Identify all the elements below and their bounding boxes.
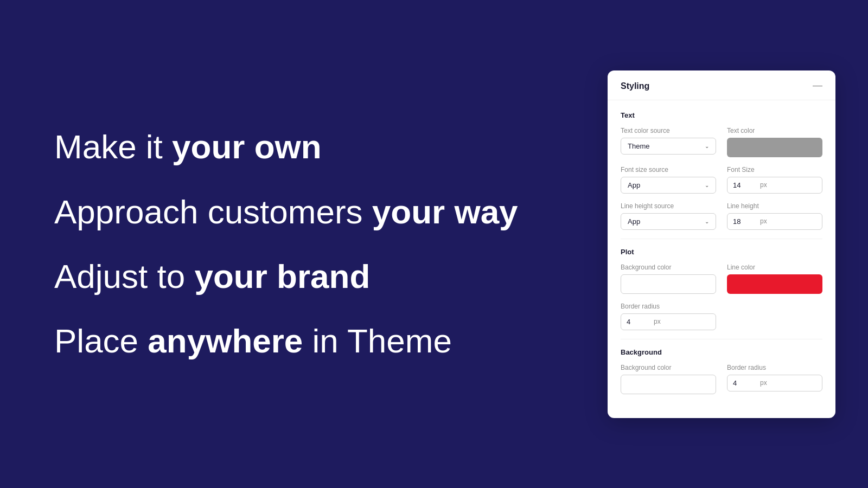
- font-size-source-label: Font size source: [621, 166, 716, 174]
- chevron-down-icon: ⌄: [705, 143, 709, 149]
- headline-1: Make it your own: [54, 127, 564, 166]
- font-size-input[interactable]: [727, 177, 760, 193]
- text-color-swatch[interactable]: [727, 138, 822, 157]
- bg-border-radius-unit: px: [760, 375, 773, 390]
- line-height-group: Line height px: [727, 202, 822, 230]
- headline-3: Adjust to your brand: [54, 257, 564, 296]
- plot-border-row: Border radius px: [621, 303, 822, 330]
- chevron-down-icon: ⌄: [705, 182, 709, 188]
- plot-empty-group: [727, 303, 822, 330]
- line-height-source-label: Line height source: [621, 202, 716, 210]
- background-fields-row: Background color Border radius px: [621, 364, 822, 394]
- headline-2: Approach customers your way: [54, 192, 564, 231]
- plot-border-radius-input-group: px: [621, 313, 716, 330]
- text-color-source-dropdown[interactable]: Theme ⌄: [621, 138, 716, 155]
- font-size-source-row: Font size source App ⌄ Font Size px: [621, 166, 822, 194]
- plot-bg-color-group: Background color: [621, 264, 716, 294]
- panel-title: Styling: [621, 81, 649, 91]
- bg-border-radius-group: Border radius px: [727, 364, 822, 394]
- font-size-input-group: px: [727, 177, 822, 194]
- bg-border-radius-input[interactable]: [727, 375, 760, 391]
- plot-border-radius-label: Border radius: [621, 303, 716, 310]
- bg-color-label: Background color: [621, 364, 716, 371]
- plot-line-color-swatch[interactable]: [727, 274, 822, 294]
- line-height-source-group: Line height source App ⌄: [621, 202, 716, 230]
- minimize-button[interactable]: —: [813, 80, 822, 92]
- plot-border-radius-input[interactable]: [621, 314, 654, 330]
- bg-color-group: Background color: [621, 364, 716, 394]
- bg-color-swatch[interactable]: [621, 375, 716, 394]
- text-color-source-row: Text color source Theme ⌄ Text color: [621, 127, 822, 157]
- plot-bg-color-label: Background color: [621, 264, 716, 271]
- line-height-source-dropdown[interactable]: App ⌄: [621, 213, 716, 230]
- text-section-label: Text: [621, 111, 822, 119]
- font-size-source-group: Font size source App ⌄: [621, 166, 716, 194]
- font-size-label: Font Size: [727, 166, 822, 174]
- text-color-source-label: Text color source: [621, 127, 716, 134]
- bg-border-radius-input-group: px: [727, 375, 822, 391]
- left-section: Make it your own Approach customers your…: [0, 84, 597, 403]
- plot-section-label: Plot: [621, 248, 822, 256]
- plot-line-color-label: Line color: [727, 264, 822, 271]
- plot-bg-color-swatch[interactable]: [621, 274, 716, 294]
- headline-4: Place anywhere in Theme: [54, 322, 564, 360]
- styling-panel: Styling — Text Text color source Theme ⌄…: [608, 70, 835, 418]
- plot-border-radius-unit: px: [654, 314, 666, 329]
- background-section-label: Background: [621, 348, 822, 356]
- right-section: Styling — Text Text color source Theme ⌄…: [597, 49, 868, 440]
- font-size-unit: px: [760, 177, 773, 192]
- divider-1: [621, 239, 822, 239]
- line-height-unit: px: [760, 214, 773, 229]
- line-height-label: Line height: [727, 202, 822, 210]
- panel-header: Styling —: [608, 70, 835, 100]
- font-size-group: Font Size px: [727, 166, 822, 194]
- text-color-source-group: Text color source Theme ⌄: [621, 127, 716, 157]
- font-size-source-dropdown[interactable]: App ⌄: [621, 177, 716, 194]
- bg-border-radius-label: Border radius: [727, 364, 822, 371]
- divider-2: [621, 339, 822, 339]
- plot-border-radius-group: Border radius px: [621, 303, 716, 330]
- panel-body: Text Text color source Theme ⌄ Text colo…: [608, 100, 835, 394]
- plot-colors-row: Background color Line color: [621, 264, 822, 294]
- text-color-group: Text color: [727, 127, 822, 157]
- text-color-label: Text color: [727, 127, 822, 134]
- plot-line-color-group: Line color: [727, 264, 822, 294]
- line-height-input-group: px: [727, 213, 822, 230]
- line-height-input[interactable]: [727, 214, 760, 229]
- chevron-down-icon: ⌄: [705, 219, 709, 224]
- line-height-source-row: Line height source App ⌄ Line height px: [621, 202, 822, 230]
